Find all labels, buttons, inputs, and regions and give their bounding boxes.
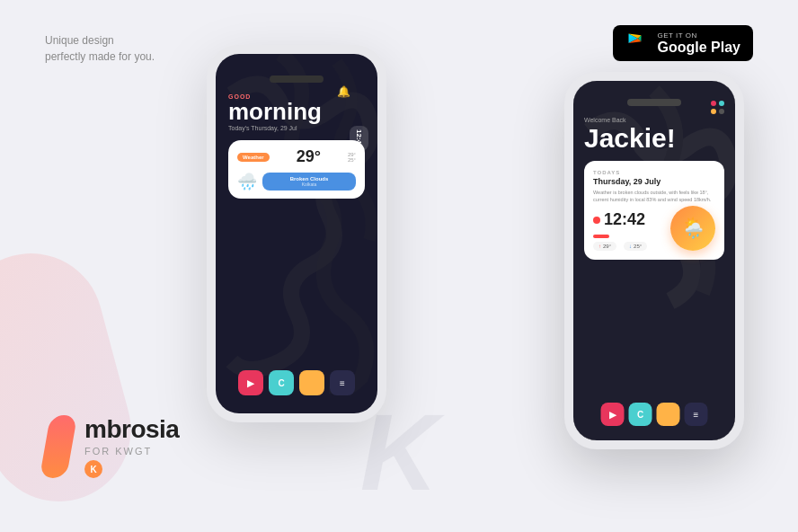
time-dot bbox=[593, 217, 600, 224]
app-icon-r[interactable]: ▶ bbox=[238, 370, 263, 395]
temp-high-right: 29° bbox=[603, 244, 611, 249]
temp-low-right: 25° bbox=[634, 244, 642, 249]
weather-badge: Weather bbox=[237, 153, 270, 162]
cloud-icon: 🌧️ bbox=[237, 172, 257, 191]
google-play-badge[interactable]: GeT IT ON Google Play bbox=[613, 25, 753, 61]
dots-row-1 bbox=[711, 101, 724, 106]
app-icon-orange-right[interactable] bbox=[657, 403, 680, 426]
temp-low: 25° bbox=[348, 157, 356, 163]
welcome-back-text: Welcome Back bbox=[584, 117, 724, 123]
today-card: TODAYS Thursday, 29 July Weather is brok… bbox=[584, 161, 724, 260]
brand-slash bbox=[40, 415, 77, 478]
google-play-pre: GeT IT ON bbox=[658, 31, 740, 40]
app-dock-right: ▶ C ≡ bbox=[601, 403, 708, 426]
phone-right-content: Welcome Back Jackie! TODAYS Thursday, 29… bbox=[573, 81, 735, 272]
red-dash bbox=[593, 235, 609, 238]
app-icon-c-right[interactable]: C bbox=[629, 403, 652, 426]
time-pill: 12:47 bbox=[350, 126, 368, 151]
weather-card: Weather 29° 29° 25° 🌧️ Broken Clouds Kol… bbox=[228, 140, 365, 199]
brand-name: mbrosia bbox=[84, 415, 179, 444]
phone-notch bbox=[270, 75, 324, 83]
dot-orange bbox=[711, 109, 716, 114]
tagline-line1: Unique design bbox=[45, 32, 155, 49]
app-icon-r-right[interactable]: ▶ bbox=[601, 403, 625, 426]
phone-left-content: 🔔 GOOD morning Today's Thursday, 29 Jul … bbox=[216, 54, 377, 220]
temp-badge-high: ↑ 29° bbox=[593, 242, 616, 251]
weather-bottom-row: 🌧️ Broken Clouds Kolkata bbox=[237, 172, 356, 191]
dots-menu[interactable] bbox=[711, 101, 724, 114]
today-label: TODAYS bbox=[593, 170, 715, 175]
brand-k-badge: K bbox=[84, 460, 102, 478]
google-play-main: Google Play bbox=[658, 40, 740, 56]
phone-left: 🔔 GOOD morning Today's Thursday, 29 Jul … bbox=[207, 45, 386, 422]
app-icon-orange[interactable] bbox=[299, 370, 324, 395]
app-dock-left: ▶ C ≡ bbox=[238, 370, 355, 395]
down-arrow: ↓ bbox=[629, 244, 632, 249]
brand-text-area: mbrosia FOR KWGT K bbox=[84, 415, 179, 478]
app-icon-dark[interactable]: ≡ bbox=[330, 370, 355, 395]
phone-right: Welcome Back Jackie! TODAYS Thursday, 29… bbox=[564, 72, 744, 449]
phone-left-screen: 🔔 GOOD morning Today's Thursday, 29 Jul … bbox=[216, 54, 377, 413]
tagline: Unique design perfectly made for you. bbox=[45, 32, 155, 65]
notification-icon[interactable]: 🔔 bbox=[337, 85, 350, 98]
big-time: 12:42 bbox=[604, 210, 645, 229]
today-date: Thursday, 29 July bbox=[593, 177, 715, 186]
app-icon-c[interactable]: C bbox=[269, 370, 294, 395]
cloud-sub: Kolkata bbox=[270, 182, 349, 187]
weather-top-row: Weather 29° 29° 25° bbox=[237, 147, 356, 166]
temp-range: 29° 25° bbox=[348, 152, 356, 163]
up-arrow: ↑ bbox=[598, 244, 601, 249]
phone-right-screen: Welcome Back Jackie! TODAYS Thursday, 29… bbox=[573, 81, 735, 440]
app-icon-dark-right[interactable]: ≡ bbox=[685, 403, 708, 426]
dot-red bbox=[711, 101, 716, 106]
google-play-icon bbox=[625, 31, 651, 56]
google-play-text: GeT IT ON Google Play bbox=[658, 31, 740, 56]
jackie-title: Jackie! bbox=[584, 125, 724, 152]
temp-badge-low: ↓ 25° bbox=[624, 242, 647, 251]
brand-area: mbrosia FOR KWGT K bbox=[45, 415, 179, 478]
temperature-main: 29° bbox=[297, 147, 321, 166]
date-label: Today's Thursday, 29 Jul bbox=[228, 125, 365, 131]
dot-dark bbox=[719, 109, 724, 114]
brand-sub: FOR KWGT bbox=[84, 446, 179, 457]
today-desc: Weather is broken clouds outside, with f… bbox=[593, 190, 715, 203]
tagline-line2: perfectly made for you. bbox=[45, 49, 155, 65]
morning-title: morning bbox=[228, 100, 365, 123]
dot-teal bbox=[719, 101, 724, 106]
dots-row-2 bbox=[711, 109, 724, 114]
broken-clouds-button[interactable]: Broken Clouds Kolkata bbox=[262, 173, 356, 191]
phone-notch-right bbox=[627, 99, 681, 106]
